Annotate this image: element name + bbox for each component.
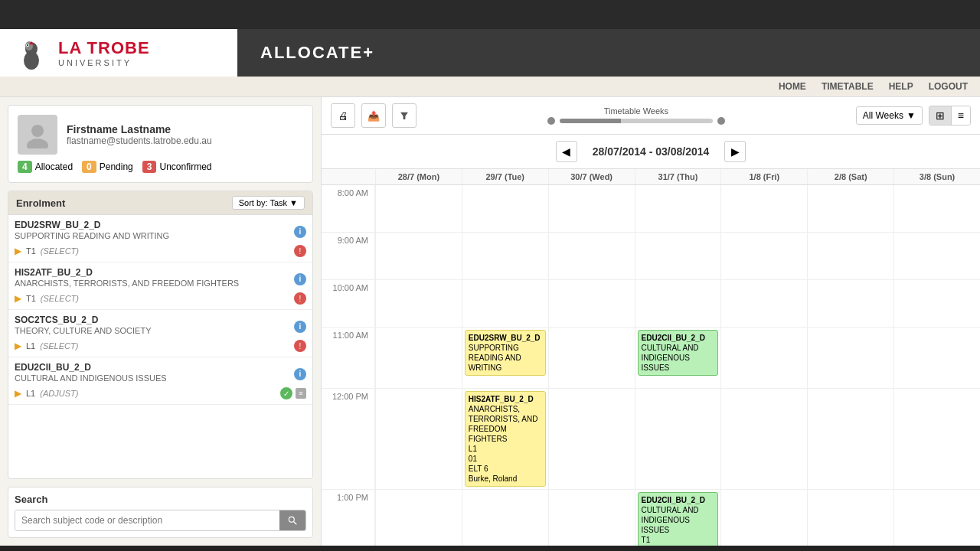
- filter-icon: [399, 109, 410, 122]
- info-icon[interactable]: i: [294, 273, 306, 285]
- logo-university: UNIVERSITY: [58, 58, 150, 67]
- info-icon[interactable]: i: [294, 368, 306, 380]
- search-title: Search: [15, 494, 306, 505]
- cal-cell: [893, 389, 980, 489]
- export-button[interactable]: 📤: [361, 103, 386, 128]
- cal-cell: HIS2ATF_BU_2_DANARCHISTS, TERRORISTS, AN…: [462, 389, 548, 489]
- subject-row: ▶ T1 (SELECT) !: [15, 243, 306, 259]
- calendar-nav: ◀ 28/07/2014 - 03/08/2014 ▶: [322, 135, 980, 169]
- error-icon[interactable]: !: [294, 340, 306, 352]
- search-input[interactable]: [15, 510, 279, 530]
- enrollment-header: Enrolment Sort by: Task ▼: [8, 191, 312, 215]
- slider-handle-left[interactable]: [547, 117, 555, 125]
- time-row-9am: 9:00 AM: [322, 233, 980, 280]
- grid-view-button[interactable]: ⊞: [929, 106, 952, 125]
- time-label: 10:00 AM: [322, 280, 375, 327]
- cal-cell: [462, 233, 548, 279]
- subject-row: ▶ L1 (ADJUST) ✓ ≡: [15, 386, 306, 401]
- time-row-11am: 11:00 AM EDU2SRW_BU_2_DSUPPORTING READIN…: [322, 328, 980, 389]
- cal-cell: [548, 328, 635, 388]
- top-bar: [0, 0, 980, 29]
- subject-code: SOC2TCS_BU_2_D: [15, 315, 151, 325]
- calendar-event[interactable]: HIS2ATF_BU_2_DANARCHISTS, TERRORISTS, AN…: [465, 391, 546, 487]
- search-button[interactable]: [279, 510, 305, 530]
- cal-cell: [635, 389, 721, 489]
- subject-name: ANARCHISTS, TERRORISTS, AND FREEDOM FIGH…: [15, 279, 239, 288]
- calendar-event[interactable]: EDU2CII_BU_2_DCULTURAL AND INDIGENOUS IS…: [638, 330, 719, 376]
- svg-point-6: [31, 125, 44, 137]
- cal-cell: [893, 185, 980, 232]
- info-icon[interactable]: i: [294, 226, 306, 238]
- nav-home[interactable]: HOME: [779, 81, 806, 92]
- enrollment-section: Enrolment Sort by: Task ▼ EDU2SRW_BU_2_D…: [8, 191, 313, 479]
- cal-cell: [548, 490, 635, 546]
- cal-cell: [807, 389, 893, 489]
- user-details: Firstname Lastname flastname@students.la…: [67, 123, 303, 146]
- cal-cell: [375, 328, 462, 388]
- cal-cell: [375, 389, 462, 489]
- search-section: Search: [8, 487, 313, 538]
- svg-line-9: [294, 522, 297, 525]
- cal-cell: [548, 185, 635, 232]
- slider-handle-right[interactable]: [717, 117, 725, 125]
- cal-cell: [807, 233, 893, 279]
- search-icon: [287, 515, 298, 526]
- calendar-event[interactable]: EDU2CII_BU_2_DCULTURAL AND INDIGENOUS IS…: [638, 492, 719, 546]
- subject-task: ▶ T1 (SELECT): [15, 246, 79, 256]
- expand-icon[interactable]: ▶: [15, 388, 21, 399]
- cal-cell: [893, 328, 980, 388]
- cal-cell: [375, 490, 462, 546]
- cal-cell: [548, 233, 635, 279]
- cal-cell: [548, 389, 635, 489]
- allocated-label: Allocated: [35, 161, 73, 172]
- cal-cell: EDU2CII_BU_2_DCULTURAL AND INDIGENOUS IS…: [635, 490, 721, 546]
- nav-help[interactable]: HELP: [889, 81, 913, 92]
- sort-button[interactable]: Sort by: Task ▼: [232, 196, 305, 210]
- next-week-button[interactable]: ▶: [724, 141, 746, 162]
- nav-timetable[interactable]: TIMETABLE: [822, 81, 874, 92]
- day-header-mon: 28/7 (Mon): [375, 169, 462, 184]
- subject-row: ▶ T1 (SELECT) !: [15, 291, 306, 306]
- ok-icon[interactable]: ✓: [280, 387, 292, 399]
- logo-bird-icon: [12, 34, 51, 72]
- adjust-text: (ADJUST): [40, 389, 78, 398]
- time-header-spacer: [322, 169, 375, 184]
- cal-cell: [635, 185, 721, 232]
- user-card: Firstname Lastname flastname@students.la…: [8, 105, 313, 183]
- print-button[interactable]: 🖨: [331, 103, 355, 128]
- weeks-slider[interactable]: [560, 119, 713, 123]
- expand-icon[interactable]: ▶: [15, 341, 21, 351]
- time-label: 9:00 AM: [322, 233, 375, 279]
- filter-button[interactable]: [392, 103, 416, 128]
- svg-point-7: [27, 139, 48, 148]
- time-label: 12:00 PM: [322, 389, 375, 489]
- prev-week-button[interactable]: ◀: [556, 141, 577, 162]
- logo-text: LA TROBE UNIVERSITY: [58, 38, 150, 67]
- sort-chevron-icon: ▼: [289, 198, 298, 207]
- allocated-badge: 4 Allocated: [18, 161, 73, 173]
- user-email: flastname@students.latrobe.edu.au: [67, 135, 303, 146]
- enrollment-title: Enrolment: [16, 197, 65, 209]
- all-weeks-dropdown[interactable]: All Weeks ▼: [856, 106, 923, 125]
- error-icon[interactable]: !: [294, 292, 306, 305]
- day-header-thu: 31/7 (Thu): [635, 169, 721, 184]
- scroll-icon[interactable]: ≡: [296, 388, 306, 399]
- expand-icon[interactable]: ▶: [15, 246, 21, 256]
- subject-task: ▶ L1 (ADJUST): [15, 388, 78, 399]
- weeks-label: Timetable Weeks: [604, 106, 668, 116]
- task-label: L1: [26, 389, 35, 398]
- calendar-event[interactable]: EDU2SRW_BU_2_DSUPPORTING READING AND WRI…: [465, 330, 546, 376]
- calendar-header-row: 28/7 (Mon) 29/7 (Tue) 30/7 (Wed) 31/7 (T…: [322, 169, 980, 185]
- list-view-button[interactable]: ≡: [952, 106, 970, 125]
- pending-label: Pending: [100, 161, 133, 172]
- task-label: T1: [26, 294, 36, 303]
- expand-icon[interactable]: ▶: [15, 293, 21, 304]
- error-icon[interactable]: !: [294, 245, 306, 257]
- cal-cell: [807, 185, 893, 232]
- right-panel: 🖨 📤 Timetable Weeks All Weeks ▼: [322, 97, 980, 546]
- nav-logout[interactable]: LOGOUT: [929, 81, 968, 92]
- cal-cell: [635, 280, 721, 327]
- info-icon[interactable]: i: [294, 321, 306, 333]
- search-input-row: [15, 510, 306, 531]
- cal-cell: EDU2CII_BU_2_DCULTURAL AND INDIGENOUS IS…: [635, 328, 721, 388]
